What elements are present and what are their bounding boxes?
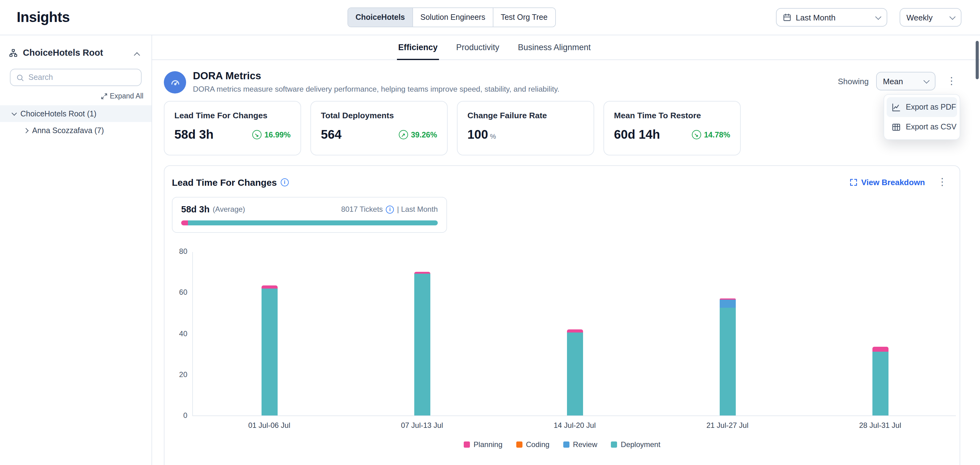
bar-segment-deployment[interactable] bbox=[872, 352, 888, 415]
bar-segment-planning[interactable] bbox=[261, 285, 277, 288]
menu-item-export-as-csv[interactable]: Export as CSV bbox=[887, 117, 957, 137]
metric-delta-value: 39.26% bbox=[411, 130, 437, 139]
metric-unit: % bbox=[490, 133, 496, 140]
x-axis-tick-label: 14 Jul-20 Jul bbox=[554, 421, 596, 430]
metric-card-lead-time-for-changes: Lead Time For Changes58d 3h↘16.99% bbox=[164, 101, 301, 155]
showing-label: Showing bbox=[838, 77, 869, 86]
y-axis-tick-label: 0 bbox=[183, 411, 187, 420]
org-hierarchy-icon bbox=[9, 48, 18, 57]
summary-row: 58d 3h (Average) 8017 Tickets | Last Mon… bbox=[181, 205, 438, 214]
metric-value-row: 564↗39.26% bbox=[321, 128, 437, 142]
summary-progress-bar bbox=[181, 221, 438, 225]
legend-item-deployment[interactable]: Deployment bbox=[611, 440, 660, 449]
aggregation-select[interactable]: Mean bbox=[876, 72, 935, 90]
bar-segment-deployment[interactable] bbox=[567, 332, 583, 415]
summary-bar-segment-planning bbox=[181, 221, 188, 225]
legend-swatch bbox=[563, 441, 569, 447]
stacked-bar bbox=[567, 329, 583, 415]
sidebar-collapse-button[interactable] bbox=[132, 45, 142, 61]
x-axis-tick-label: 28 Jul-31 Jul bbox=[859, 421, 901, 430]
legend-swatch bbox=[464, 441, 470, 447]
legend-label: Coding bbox=[526, 440, 549, 449]
dora-gauge-icon bbox=[164, 71, 186, 94]
dora-kebab-menu-button[interactable]: ⋮ bbox=[943, 75, 960, 87]
trend-down-icon: ↘ bbox=[692, 130, 701, 139]
dora-text-block: DORA Metrics DORA metrics measure softwa… bbox=[193, 70, 560, 94]
metric-value: 58d 3h bbox=[174, 128, 214, 142]
expand-all-label: Expand All bbox=[110, 92, 143, 100]
sidebar-search bbox=[10, 69, 142, 86]
tree-node-anna-scozzafava-7[interactable]: Anna Scozzafava (7) bbox=[0, 122, 151, 139]
metric-value: 100% bbox=[468, 128, 496, 142]
tab-business-alignment[interactable]: Business Alignment bbox=[517, 43, 592, 60]
tree-node-choicehotels-root-1[interactable]: ChoiceHotels Root (1) bbox=[0, 105, 151, 122]
calendar-icon bbox=[783, 13, 791, 22]
chevron-right-icon[interactable] bbox=[24, 128, 29, 133]
tree-node-label: Anna Scozzafava (7) bbox=[32, 126, 104, 135]
section-tabs: EfficiencyProductivityBusiness Alignment bbox=[397, 43, 592, 60]
stacked-bar bbox=[261, 285, 277, 415]
expand-corners-icon bbox=[850, 178, 858, 186]
org-tab-test-org-tree[interactable]: Test Org Tree bbox=[493, 8, 555, 27]
metric-delta-badge: ↗39.26% bbox=[398, 130, 437, 139]
lead-time-chart-card: Lead Time For Changes View Breakdown ⋮ 5… bbox=[164, 165, 960, 465]
bar-segment-planning[interactable] bbox=[872, 347, 888, 352]
org-tab-choicehotels[interactable]: ChoiceHotels bbox=[348, 8, 412, 27]
granularity-select[interactable]: Weekly bbox=[900, 8, 961, 27]
info-icon[interactable] bbox=[386, 205, 394, 213]
metric-title: Total Deployments bbox=[321, 111, 437, 120]
chart-kebab-menu-button[interactable]: ⋮ bbox=[934, 176, 951, 188]
bar-segment-review[interactable] bbox=[719, 300, 735, 308]
bar-segment-planning[interactable] bbox=[567, 329, 583, 332]
summary-period: | Last Month bbox=[397, 205, 438, 214]
tab-efficiency[interactable]: Efficiency bbox=[397, 43, 439, 60]
tab-productivity[interactable]: Productivity bbox=[455, 43, 501, 60]
aggregation-select-value: Mean bbox=[883, 77, 903, 86]
legend-label: Review bbox=[573, 440, 597, 449]
org-tree-sidebar: ChoiceHotels Root Expand All ChoiceHotel… bbox=[0, 35, 152, 465]
metric-delta-badge: ↘14.78% bbox=[692, 130, 730, 139]
org-tab-solution-engineers[interactable]: Solution Engineers bbox=[412, 8, 493, 27]
bar-segment-deployment[interactable] bbox=[261, 288, 277, 415]
period-select[interactable]: Last Month bbox=[776, 8, 887, 27]
metric-value: 564 bbox=[321, 128, 342, 142]
chevron-up-icon bbox=[134, 52, 140, 59]
legend-swatch bbox=[516, 441, 522, 447]
main-content: EfficiencyProductivityBusiness Alignment… bbox=[152, 35, 980, 465]
expand-all-button[interactable]: Expand All bbox=[100, 92, 143, 100]
legend-label: Planning bbox=[474, 440, 503, 449]
metric-value-row: 58d 3h↘16.99% bbox=[174, 128, 291, 142]
metric-delta-value: 16.99% bbox=[264, 130, 291, 139]
y-axis-tick-label: 20 bbox=[179, 370, 187, 379]
tree-node-label: ChoiceHotels Root (1) bbox=[21, 109, 97, 118]
legend-item-coding[interactable]: Coding bbox=[516, 440, 549, 449]
chart-card-title-row: Lead Time For Changes bbox=[172, 177, 289, 187]
info-icon[interactable] bbox=[281, 178, 289, 186]
view-breakdown-label: View Breakdown bbox=[861, 177, 925, 187]
dora-metrics-header: DORA Metrics DORA metrics measure softwa… bbox=[164, 70, 960, 94]
search-input[interactable] bbox=[29, 73, 135, 82]
summary-tickets: 8017 Tickets bbox=[341, 205, 383, 214]
chevron-down-icon bbox=[875, 13, 881, 19]
metric-title: Mean Time To Restore bbox=[614, 111, 730, 120]
bar-segment-deployment[interactable] bbox=[719, 308, 735, 415]
table-icon bbox=[892, 122, 901, 131]
metric-card-total-deployments: Total Deployments564↗39.26% bbox=[310, 101, 448, 155]
bar-segment-deployment[interactable] bbox=[414, 274, 430, 415]
summary-meta: 8017 Tickets | Last Month bbox=[341, 205, 438, 214]
chevron-down-icon[interactable] bbox=[12, 110, 17, 115]
legend-item-planning[interactable]: Planning bbox=[464, 440, 503, 449]
chart-card-title: Lead Time For Changes bbox=[172, 177, 277, 187]
menu-item-export-as-pdf[interactable]: Export as PDF bbox=[887, 97, 957, 117]
stacked-bar bbox=[719, 299, 735, 415]
chart-summary-card: 58d 3h (Average) 8017 Tickets | Last Mon… bbox=[172, 197, 447, 233]
export-menu: Export as PDFExport as CSV bbox=[883, 94, 960, 140]
y-axis-tick-label: 80 bbox=[179, 247, 187, 256]
metric-delta-value: 14.78% bbox=[704, 130, 730, 139]
granularity-select-value: Weekly bbox=[907, 13, 933, 22]
chart-legend: PlanningCodingReviewDeployment bbox=[164, 440, 959, 449]
vertical-scrollbar-thumb[interactable] bbox=[976, 41, 979, 79]
bar-segment-planning[interactable] bbox=[414, 272, 430, 274]
view-breakdown-button[interactable]: View Breakdown bbox=[850, 177, 925, 187]
legend-item-review[interactable]: Review bbox=[563, 440, 597, 449]
